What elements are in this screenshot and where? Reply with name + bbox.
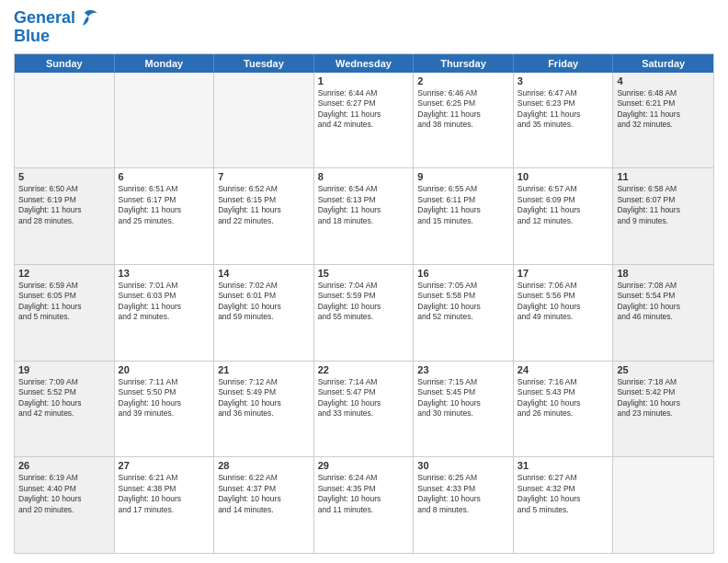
calendar-cell: 15Sunrise: 7:04 AM Sunset: 5:59 PM Dayli… [314, 265, 415, 361]
calendar-cell: 4Sunrise: 6:48 AM Sunset: 6:21 PM Daylig… [613, 73, 713, 168]
header-day-thursday: Thursday [414, 54, 514, 73]
calendar-page: General Blue SundayMondayTuesdayWednesda… [0, 0, 728, 563]
calendar-cell: 8Sunrise: 6:54 AM Sunset: 6:13 PM Daylig… [314, 168, 415, 264]
cell-info-text: Sunrise: 6:48 AM Sunset: 6:21 PM Dayligh… [617, 88, 710, 131]
cell-info-text: Sunrise: 6:51 AM Sunset: 6:17 PM Dayligh… [119, 184, 210, 226]
day-number: 31 [518, 460, 609, 471]
day-number: 22 [318, 364, 410, 375]
header-day-tuesday: Tuesday [214, 54, 314, 73]
cell-info-text: Sunrise: 7:12 AM Sunset: 5:49 PM Dayligh… [218, 377, 310, 419]
day-number: 18 [617, 268, 710, 279]
cell-info-text: Sunrise: 6:46 AM Sunset: 6:25 PM Dayligh… [417, 88, 509, 131]
cell-info-text: Sunrise: 7:06 AM Sunset: 5:56 PM Dayligh… [518, 281, 609, 323]
calendar-cell [115, 73, 215, 168]
day-number: 26 [18, 460, 110, 471]
cell-info-text: Sunrise: 6:44 AM Sunset: 6:27 PM Dayligh… [318, 88, 410, 131]
cell-info-text: Sunrise: 6:58 AM Sunset: 6:07 PM Dayligh… [617, 184, 710, 226]
cell-info-text: Sunrise: 6:50 AM Sunset: 6:19 PM Dayligh… [18, 184, 110, 226]
calendar-cell: 5Sunrise: 6:50 AM Sunset: 6:19 PM Daylig… [15, 168, 115, 264]
logo: General Blue [14, 9, 97, 46]
day-number: 27 [119, 460, 210, 471]
calendar-week-1: 1Sunrise: 6:44 AM Sunset: 6:27 PM Daylig… [15, 73, 713, 168]
cell-info-text: Sunrise: 6:22 AM Sunset: 4:37 PM Dayligh… [218, 473, 310, 515]
cell-info-text: Sunrise: 7:04 AM Sunset: 5:59 PM Dayligh… [318, 281, 410, 323]
calendar-cell [613, 457, 713, 553]
day-number: 9 [417, 171, 509, 182]
calendar-cell: 2Sunrise: 6:46 AM Sunset: 6:25 PM Daylig… [414, 73, 514, 168]
logo-text: General [14, 9, 75, 28]
cell-info-text: Sunrise: 7:09 AM Sunset: 5:52 PM Dayligh… [18, 377, 110, 419]
cell-info-text: Sunrise: 6:54 AM Sunset: 6:13 PM Dayligh… [318, 184, 410, 226]
cell-info-text: Sunrise: 6:57 AM Sunset: 6:09 PM Dayligh… [518, 184, 609, 226]
day-number: 24 [518, 364, 609, 375]
header-day-monday: Monday [115, 54, 215, 73]
header-day-saturday: Saturday [613, 54, 713, 73]
day-number: 8 [318, 171, 410, 182]
calendar-cell: 22Sunrise: 7:14 AM Sunset: 5:47 PM Dayli… [314, 362, 415, 457]
cell-info-text: Sunrise: 7:18 AM Sunset: 5:42 PM Dayligh… [617, 377, 710, 419]
calendar-cell [15, 73, 115, 168]
day-number: 20 [119, 364, 210, 375]
calendar-header: SundayMondayTuesdayWednesdayThursdayFrid… [15, 54, 713, 73]
calendar-cell: 11Sunrise: 6:58 AM Sunset: 6:07 PM Dayli… [613, 168, 713, 264]
calendar-cell: 19Sunrise: 7:09 AM Sunset: 5:52 PM Dayli… [15, 362, 115, 457]
calendar-cell: 25Sunrise: 7:18 AM Sunset: 5:42 PM Dayli… [613, 362, 713, 457]
cell-info-text: Sunrise: 6:47 AM Sunset: 6:23 PM Dayligh… [518, 88, 609, 131]
cell-info-text: Sunrise: 7:11 AM Sunset: 5:50 PM Dayligh… [119, 377, 210, 419]
day-number: 28 [218, 460, 310, 471]
day-number: 5 [18, 171, 110, 182]
calendar-cell: 12Sunrise: 6:59 AM Sunset: 6:05 PM Dayli… [15, 265, 115, 361]
calendar-cell: 29Sunrise: 6:24 AM Sunset: 4:35 PM Dayli… [314, 457, 415, 553]
calendar-week-5: 26Sunrise: 6:19 AM Sunset: 4:40 PM Dayli… [15, 456, 713, 553]
day-number: 10 [518, 171, 609, 182]
day-number: 3 [518, 75, 609, 86]
calendar-cell: 13Sunrise: 7:01 AM Sunset: 6:03 PM Dayli… [115, 265, 215, 361]
day-number: 12 [18, 268, 110, 279]
cell-info-text: Sunrise: 6:19 AM Sunset: 4:40 PM Dayligh… [18, 473, 110, 515]
cell-info-text: Sunrise: 7:02 AM Sunset: 6:01 PM Dayligh… [218, 281, 310, 323]
day-number: 29 [318, 460, 410, 471]
calendar-week-4: 19Sunrise: 7:09 AM Sunset: 5:52 PM Dayli… [15, 361, 713, 457]
calendar-cell: 21Sunrise: 7:12 AM Sunset: 5:49 PM Dayli… [214, 362, 314, 457]
day-number: 2 [417, 75, 509, 86]
day-number: 25 [617, 364, 710, 375]
day-number: 17 [518, 268, 609, 279]
day-number: 19 [18, 364, 110, 375]
calendar-cell: 20Sunrise: 7:11 AM Sunset: 5:50 PM Dayli… [115, 362, 215, 457]
cell-info-text: Sunrise: 6:59 AM Sunset: 6:05 PM Dayligh… [18, 281, 110, 323]
day-number: 7 [218, 171, 310, 182]
calendar-cell: 26Sunrise: 6:19 AM Sunset: 4:40 PM Dayli… [15, 457, 115, 553]
calendar-cell: 3Sunrise: 6:47 AM Sunset: 6:23 PM Daylig… [514, 73, 614, 168]
calendar-body: 1Sunrise: 6:44 AM Sunset: 6:27 PM Daylig… [15, 73, 713, 553]
cell-info-text: Sunrise: 6:55 AM Sunset: 6:11 PM Dayligh… [417, 184, 509, 226]
day-number: 4 [617, 75, 710, 86]
cell-info-text: Sunrise: 6:24 AM Sunset: 4:35 PM Dayligh… [318, 473, 410, 515]
calendar-cell: 30Sunrise: 6:25 AM Sunset: 4:33 PM Dayli… [414, 457, 514, 553]
calendar: SundayMondayTuesdayWednesdayThursdayFrid… [14, 53, 714, 554]
cell-info-text: Sunrise: 6:25 AM Sunset: 4:33 PM Dayligh… [417, 473, 509, 515]
day-number: 6 [119, 171, 210, 182]
cell-info-text: Sunrise: 7:15 AM Sunset: 5:45 PM Dayligh… [417, 377, 509, 419]
day-number: 11 [617, 171, 710, 182]
cell-info-text: Sunrise: 7:14 AM Sunset: 5:47 PM Dayligh… [318, 377, 410, 419]
day-number: 1 [318, 75, 410, 86]
header-day-sunday: Sunday [15, 54, 115, 73]
header-day-wednesday: Wednesday [314, 54, 415, 73]
day-number: 13 [119, 268, 210, 279]
calendar-cell: 14Sunrise: 7:02 AM Sunset: 6:01 PM Dayli… [214, 265, 314, 361]
cell-info-text: Sunrise: 7:16 AM Sunset: 5:43 PM Dayligh… [518, 377, 609, 419]
cell-info-text: Sunrise: 6:27 AM Sunset: 4:32 PM Dayligh… [518, 473, 609, 515]
calendar-week-2: 5Sunrise: 6:50 AM Sunset: 6:19 PM Daylig… [15, 167, 713, 264]
day-number: 21 [218, 364, 310, 375]
calendar-week-3: 12Sunrise: 6:59 AM Sunset: 6:05 PM Dayli… [15, 264, 713, 361]
calendar-cell: 28Sunrise: 6:22 AM Sunset: 4:37 PM Dayli… [214, 457, 314, 553]
header-day-friday: Friday [514, 54, 614, 73]
calendar-cell: 10Sunrise: 6:57 AM Sunset: 6:09 PM Dayli… [514, 168, 614, 264]
page-header: General Blue [14, 9, 714, 46]
calendar-cell: 1Sunrise: 6:44 AM Sunset: 6:27 PM Daylig… [314, 73, 415, 168]
calendar-cell: 27Sunrise: 6:21 AM Sunset: 4:38 PM Dayli… [115, 457, 215, 553]
calendar-cell: 17Sunrise: 7:06 AM Sunset: 5:56 PM Dayli… [514, 265, 614, 361]
calendar-cell: 23Sunrise: 7:15 AM Sunset: 5:45 PM Dayli… [414, 362, 514, 457]
calendar-cell: 18Sunrise: 7:08 AM Sunset: 5:54 PM Dayli… [613, 265, 713, 361]
day-number: 16 [417, 268, 509, 279]
